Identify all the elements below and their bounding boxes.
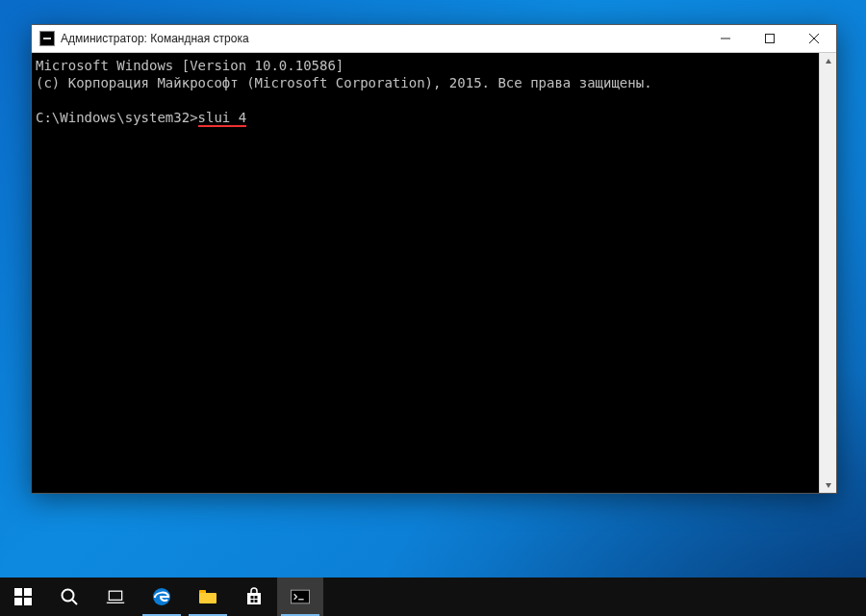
taskbar-item-edge[interactable] — [139, 578, 185, 616]
svg-point-10 — [63, 590, 74, 602]
svg-rect-6 — [14, 588, 22, 596]
minimize-button[interactable] — [703, 25, 748, 52]
search-button[interactable] — [46, 578, 92, 616]
terminal-command: slui 4 — [198, 110, 247, 127]
terminal-prompt: C:\Windows\system32> — [36, 110, 198, 125]
svg-rect-1 — [766, 35, 775, 43]
titlebar[interactable]: Администратор: Командная строка — [32, 25, 836, 53]
taskbar-item-file-explorer[interactable] — [185, 578, 231, 616]
svg-rect-9 — [24, 598, 32, 605]
task-view-button[interactable] — [92, 578, 139, 616]
terminal-text[interactable]: Microsoft Windows [Version 10.0.10586] (… — [32, 53, 819, 493]
vertical-scrollbar[interactable] — [819, 53, 836, 493]
maximize-button[interactable] — [748, 25, 792, 52]
folder-icon — [198, 587, 217, 606]
svg-rect-16 — [199, 593, 216, 603]
svg-rect-17 — [251, 596, 254, 599]
svg-rect-18 — [255, 596, 258, 599]
svg-rect-7 — [24, 588, 32, 596]
svg-rect-12 — [109, 591, 121, 600]
svg-rect-8 — [14, 598, 22, 605]
terminal-line-1: Microsoft Windows [Version 10.0.10586] — [36, 58, 344, 73]
taskbar-item-store[interactable] — [231, 578, 277, 616]
taskbar — [0, 578, 866, 616]
terminal-line-2: (c) Корпорация Майкрософт (Microsoft Cor… — [36, 75, 652, 90]
cmd-icon — [291, 587, 310, 606]
cmd-window: Администратор: Командная строка Microsof… — [31, 24, 837, 494]
svg-line-11 — [72, 600, 77, 604]
svg-marker-4 — [826, 59, 831, 64]
search-icon — [60, 587, 79, 606]
close-button[interactable] — [792, 25, 836, 52]
edge-icon — [152, 587, 171, 606]
cmd-app-icon — [39, 31, 55, 46]
svg-rect-19 — [251, 600, 254, 603]
windows-logo-icon — [13, 587, 33, 606]
svg-marker-5 — [826, 483, 831, 488]
store-icon — [244, 587, 264, 606]
svg-rect-20 — [255, 600, 258, 603]
scroll-down-arrow-icon[interactable] — [820, 476, 836, 493]
terminal-body[interactable]: Microsoft Windows [Version 10.0.10586] (… — [32, 53, 836, 493]
scroll-track[interactable] — [820, 69, 836, 476]
start-button[interactable] — [0, 578, 46, 616]
taskbar-item-cmd[interactable] — [277, 578, 323, 616]
task-view-icon — [106, 587, 125, 606]
window-title: Администратор: Командная строка — [61, 32, 249, 45]
scroll-up-arrow-icon[interactable] — [820, 53, 836, 69]
svg-rect-21 — [291, 590, 309, 603]
